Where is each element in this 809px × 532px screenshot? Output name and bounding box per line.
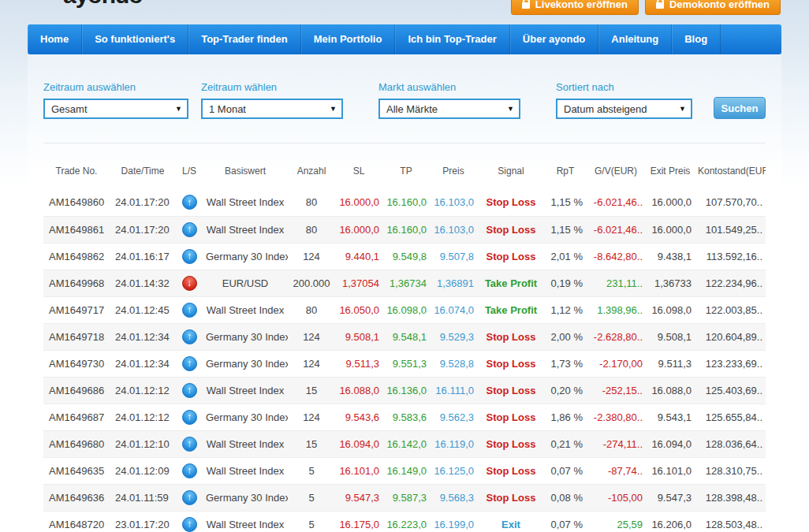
livekonto-eroffnen-button[interactable]: Livekonto eröffnen	[511, 0, 639, 15]
cell-asset: Wall Street Index	[203, 216, 288, 243]
filter-group-zeitraum-auswahlen: Zeitraum auswählenGesamt▼	[43, 81, 188, 119]
cell-datetime: 24.01.11:59	[110, 484, 176, 511]
nav-item-home[interactable]: Home	[28, 24, 82, 54]
nav-item-mein-portfolio[interactable]: Mein Portfolio	[301, 24, 396, 54]
nav-item-anleitung[interactable]: Anleitung	[598, 24, 672, 54]
cell-exit_price: 16.000,0	[646, 189, 695, 216]
cell-rpt: 1,73 %	[545, 350, 586, 377]
demokonto-eroffnen-button[interactable]: Demokonto eröffnen	[645, 0, 781, 15]
select-value: Alle Märkte	[386, 103, 438, 115]
cell-rpt: 0,19 %	[545, 270, 586, 296]
cell-direction: ↑	[176, 216, 203, 243]
cell-balance: 128.310,75..	[695, 457, 766, 484]
cell-signal: Stop Loss	[477, 404, 545, 430]
cell-trade_no: AM1649862	[43, 243, 110, 270]
cell-direction: ↑	[176, 377, 203, 404]
cell-sl: 9.547,3	[335, 484, 382, 511]
col-price: Preis	[430, 162, 477, 189]
cell-tp: 9.583,6	[382, 404, 430, 430]
cell-qty: 124	[288, 323, 335, 350]
cell-signal: Stop Loss	[477, 323, 545, 350]
nav-item-top-trader-finden[interactable]: Top-Trader finden	[188, 24, 301, 54]
cell-rpt: 0,21 %	[545, 430, 586, 457]
cell-price: 16.103,0	[430, 189, 477, 216]
cta-label: Demokonto eröffnen	[669, 0, 770, 10]
cell-qty: 15	[288, 377, 335, 404]
cell-balance: 122.003,85..	[695, 296, 766, 323]
cell-price: 16.111,0	[430, 377, 477, 404]
search-button[interactable]: Suchen	[714, 97, 766, 119]
cell-tp: 9.587,3	[382, 484, 430, 511]
nav-item-ich-bin-top-trader[interactable]: Ich bin Top-Trader	[395, 24, 509, 54]
long-arrow-icon: ↑	[182, 437, 197, 452]
cell-signal: Stop Loss	[477, 457, 545, 484]
cell-tp: 16.142,0	[382, 430, 430, 457]
cell-datetime: 24.01.12:12	[110, 377, 176, 404]
cell-direction: ↓	[176, 270, 203, 296]
filter-label: Zeitraum auswählen	[43, 81, 188, 93]
cell-price: 9.528,8	[430, 350, 477, 377]
cell-exit_price: 16.088,0	[646, 377, 695, 404]
cell-signal: Stop Loss	[477, 216, 545, 243]
select-zeitraum-auswahlen[interactable]: Gesamt▼	[43, 99, 188, 119]
cell-balance: 123.233,69..	[695, 350, 766, 377]
select-markt-auswahlen[interactable]: Alle Märkte▼	[378, 99, 520, 119]
nav-item-blog[interactable]: Blog	[672, 24, 721, 54]
cell-exit_price: 16.000,0	[646, 216, 695, 243]
cell-trade_no: AM1649636	[43, 484, 110, 511]
cell-exit_price: 9.511,3	[646, 350, 695, 377]
cell-qty: 5	[288, 457, 335, 484]
cell-sl: 1,37054	[335, 270, 382, 296]
nav-item-uber-ayondo[interactable]: Über ayondo	[510, 24, 598, 54]
cell-exit_price: 1,36733	[646, 270, 695, 296]
cell-datetime: 24.01.17:20	[110, 189, 176, 216]
main-nav: HomeSo funktioniert'sTop-Trader findenMe…	[28, 24, 781, 54]
cell-price: 16.119,0	[430, 430, 477, 457]
table-row: AM164971824.01.12:34↑Germany 30 Index124…	[43, 323, 766, 350]
trades-table: Trade No.Date/TimeL/SBasiswertAnzahlSLTP…	[43, 162, 766, 532]
cell-qty: 124	[288, 404, 335, 430]
cell-rpt: 0,07 %	[545, 511, 586, 532]
cell-gv: 231,11..	[586, 270, 646, 296]
cell-qty: 5	[288, 511, 335, 532]
select-zeitraum-wahlen[interactable]: 1 Monat▼	[201, 99, 343, 119]
cell-signal: Take Profit	[477, 270, 545, 296]
col-balance: Kontostand(EUR)	[695, 162, 766, 189]
cell-signal: Stop Loss	[477, 377, 545, 404]
cell-signal: Exit	[477, 511, 545, 532]
chevron-down-icon: ▼	[507, 105, 514, 113]
content-panel: Zeitraum auswählenGesamt▼Zeitraum wählen…	[28, 54, 781, 532]
cell-trade_no: AM1649968	[43, 270, 110, 296]
cell-trade_no: AM1649860	[43, 189, 110, 216]
chevron-down-icon: ▼	[679, 105, 686, 113]
nav-item-so-funktioniert-s[interactable]: So funktioniert's	[82, 24, 188, 54]
cell-balance: 128.503,48..	[695, 511, 766, 532]
cell-trade_no: AM1649687	[43, 404, 110, 430]
cell-sl: 9.440,1	[335, 243, 382, 270]
cell-direction: ↑	[176, 457, 203, 484]
cell-direction: ↑	[176, 189, 203, 216]
long-arrow-icon: ↑	[182, 356, 197, 371]
lock-icon	[522, 2, 530, 9]
select-sortiert-nach[interactable]: Datum absteigend▼	[556, 99, 692, 119]
cell-asset: Germany 30 Index	[203, 243, 288, 270]
cell-balance: 128.398,48..	[695, 484, 766, 511]
cell-direction: ↑	[176, 430, 203, 457]
table-body: AM164986024.01.17:20↑Wall Street Index80…	[43, 189, 766, 532]
cell-rpt: 0,08 %	[545, 484, 586, 511]
cell-trade_no: AM1648720	[43, 511, 110, 532]
table-header: Trade No.Date/TimeL/SBasiswertAnzahlSLTP…	[43, 162, 766, 189]
cell-datetime: 24.01.12:34	[110, 323, 176, 350]
filter-group-markt-auswahlen: Markt auswählenAlle Märkte▼	[378, 81, 520, 119]
cell-asset: Germany 30 Index	[203, 323, 288, 350]
cell-datetime: 24.01.12:09	[110, 457, 176, 484]
filter-group-sortiert-nach: Sortiert nachDatum absteigend▼	[556, 81, 692, 119]
long-arrow-icon: ↑	[182, 463, 197, 478]
table-row: AM164968624.01.12:12↑Wall Street Index15…	[43, 377, 766, 404]
cell-trade_no: AM1649717	[43, 296, 110, 323]
cell-price: 16.103,0	[430, 216, 477, 243]
long-arrow-icon: ↑	[182, 222, 197, 237]
col-datetime: Date/Time	[110, 162, 176, 189]
cell-tp: 16.149,0	[382, 457, 430, 484]
cell-sl: 16.175,0	[335, 511, 382, 532]
